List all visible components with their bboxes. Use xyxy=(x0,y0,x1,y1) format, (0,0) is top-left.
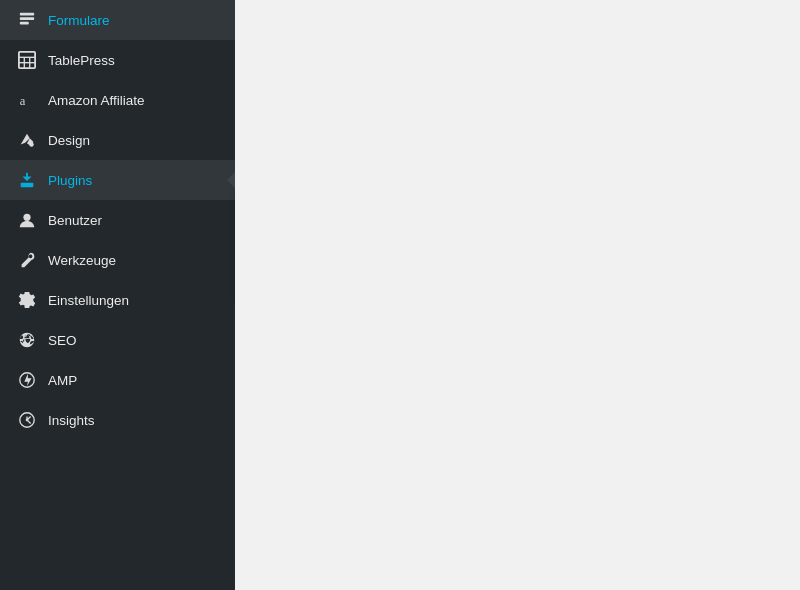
sidebar-item-formulare[interactable]: Formulare xyxy=(0,0,235,40)
table-icon xyxy=(14,50,40,70)
user-icon xyxy=(14,210,40,230)
sidebar-item-label-tablepress: TablePress xyxy=(48,53,115,68)
svg-rect-3 xyxy=(19,52,35,68)
sidebar: Formulare TablePress a Amazon Affiliate xyxy=(0,0,235,590)
design-icon xyxy=(14,130,40,150)
main-content xyxy=(235,0,800,590)
sidebar-item-werkzeuge[interactable]: Werkzeuge xyxy=(0,240,235,280)
sidebar-item-einstellungen[interactable]: Einstellungen xyxy=(0,280,235,320)
svg-point-14 xyxy=(26,419,29,422)
svg-point-9 xyxy=(29,142,34,147)
svg-rect-2 xyxy=(20,22,29,25)
sidebar-item-label-formulare: Formulare xyxy=(48,13,110,28)
plugins-icon xyxy=(14,170,40,190)
sidebar-item-plugins[interactable]: Plugins xyxy=(0,160,235,200)
sidebar-item-label-benutzer: Benutzer xyxy=(48,213,102,228)
sidebar-item-amp[interactable]: AMP xyxy=(0,360,235,400)
sidebar-item-label-einstellungen: Einstellungen xyxy=(48,293,129,308)
sidebar-item-label-amp: AMP xyxy=(48,373,77,388)
settings-icon xyxy=(14,290,40,310)
svg-rect-10 xyxy=(21,183,34,188)
svg-rect-0 xyxy=(20,13,34,16)
sidebar-item-label-design: Design xyxy=(48,133,90,148)
sidebar-item-amazon-affiliate[interactable]: a Amazon Affiliate xyxy=(0,80,235,120)
seo-icon xyxy=(14,330,40,350)
sidebar-item-label-amazon: Amazon Affiliate xyxy=(48,93,145,108)
svg-rect-1 xyxy=(20,17,34,20)
form-icon xyxy=(14,10,40,30)
sidebar-item-insights[interactable]: Insights xyxy=(0,400,235,440)
svg-point-11 xyxy=(23,214,30,221)
sidebar-item-label-plugins: Plugins xyxy=(48,173,92,188)
sidebar-item-seo[interactable]: SEO xyxy=(0,320,235,360)
sidebar-item-label-seo: SEO xyxy=(48,333,77,348)
tools-icon xyxy=(14,250,40,270)
sidebar-item-design[interactable]: Design xyxy=(0,120,235,160)
amazon-icon: a xyxy=(14,90,40,110)
sidebar-item-label-insights: Insights xyxy=(48,413,95,428)
sidebar-item-tablepress[interactable]: TablePress xyxy=(0,40,235,80)
sidebar-item-label-werkzeuge: Werkzeuge xyxy=(48,253,116,268)
amp-icon xyxy=(14,370,40,390)
sidebar-item-benutzer[interactable]: Benutzer xyxy=(0,200,235,240)
svg-text:a: a xyxy=(20,94,26,108)
insights-icon xyxy=(14,410,40,430)
